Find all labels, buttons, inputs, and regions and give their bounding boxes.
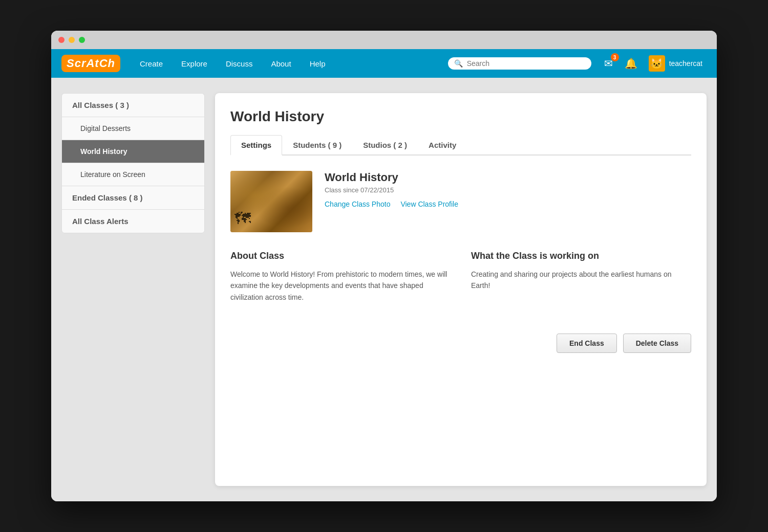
working-on-title: What the Class is working on: [471, 251, 691, 261]
avatar: 🐱: [649, 55, 665, 72]
class-photo: [230, 171, 312, 232]
tab-studios[interactable]: Studios ( 2 ): [352, 135, 418, 156]
class-links: Change Class Photo View Class Profile: [325, 200, 458, 208]
search-icon: 🔍: [454, 59, 463, 68]
user-area[interactable]: 🐱 teachercat: [645, 53, 707, 74]
notifications-button[interactable]: 🔔: [622, 54, 641, 73]
sidebar-item-ended-classes[interactable]: Ended Classes ( 8 ): [61, 186, 205, 209]
nav-create[interactable]: Create: [131, 49, 172, 78]
nav-explore[interactable]: Explore: [172, 49, 217, 78]
close-button[interactable]: [58, 37, 65, 43]
title-bar: [51, 31, 717, 49]
search-input[interactable]: [467, 59, 585, 68]
messages-button[interactable]: ✉ 3: [600, 54, 618, 73]
tab-settings[interactable]: Settings: [230, 135, 282, 156]
class-name: World History: [325, 171, 458, 184]
delete-class-button[interactable]: Delete Class: [623, 334, 691, 353]
sidebar-item-literature-on-screen[interactable]: Literature on Screen: [61, 163, 205, 186]
sidebar-item-all-class-alerts[interactable]: All Class Alerts: [61, 209, 205, 233]
class-info: World History Class since 07/22/2015 Cha…: [230, 171, 691, 232]
content-panel: World History Settings Students ( 9 ) St…: [215, 93, 707, 486]
working-on-text: Creating and sharing our projects about …: [471, 269, 691, 292]
nav-help[interactable]: Help: [301, 49, 335, 78]
class-photo-image: [230, 171, 312, 232]
message-badge: 3: [611, 53, 619, 61]
nav-icons: ✉ 3 🔔 🐱 teachercat: [600, 53, 707, 74]
class-since: Class since 07/22/2015: [325, 186, 458, 194]
maximize-button[interactable]: [79, 37, 85, 43]
sidebar-item-world-history[interactable]: World History: [61, 140, 205, 163]
view-class-profile-link[interactable]: View Class Profile: [400, 200, 458, 208]
change-class-photo-link[interactable]: Change Class Photo: [325, 200, 390, 208]
about-class-title: About Class: [230, 251, 451, 261]
nav-links: Create Explore Discuss About Help: [131, 49, 440, 78]
sidebar: All Classes ( 3 ) Digital Desserts World…: [61, 93, 205, 486]
working-on-section: What the Class is working on Creating an…: [471, 251, 691, 303]
nav-about[interactable]: About: [262, 49, 300, 78]
page-title: World History: [230, 108, 691, 125]
main-content: All Classes ( 3 ) Digital Desserts World…: [51, 78, 717, 501]
class-details: World History Class since 07/22/2015 Cha…: [325, 171, 458, 208]
about-class-section: About Class Welcome to World History! Fr…: [230, 251, 451, 303]
browser-window: ScrAtCh Create Explore Discuss About Hel…: [51, 31, 717, 501]
navbar: ScrAtCh Create Explore Discuss About Hel…: [51, 49, 717, 78]
end-class-button[interactable]: End Class: [557, 334, 617, 353]
about-class-text: Welcome to World History! From prehistor…: [230, 269, 451, 303]
search-bar: 🔍: [448, 57, 591, 70]
action-buttons: End Class Delete Class: [230, 323, 691, 353]
about-sections: About Class Welcome to World History! Fr…: [230, 251, 691, 303]
sidebar-item-digital-desserts[interactable]: Digital Desserts: [61, 117, 205, 140]
sidebar-item-all-classes[interactable]: All Classes ( 3 ): [61, 93, 205, 117]
tab-students[interactable]: Students ( 9 ): [282, 135, 352, 156]
tab-activity[interactable]: Activity: [418, 135, 467, 156]
scratch-logo[interactable]: ScrAtCh: [61, 55, 120, 72]
minimize-button[interactable]: [69, 37, 75, 43]
nav-discuss[interactable]: Discuss: [217, 49, 262, 78]
username-label: teachercat: [669, 59, 702, 68]
tabs: Settings Students ( 9 ) Studios ( 2 ) Ac…: [230, 135, 691, 156]
